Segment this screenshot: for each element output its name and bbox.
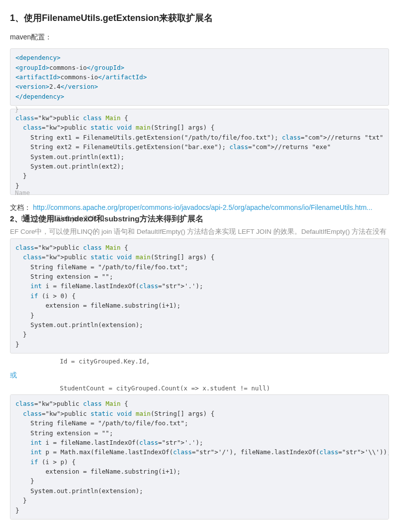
java-main-code-1: class="kw">public class Main { class="kw…	[10, 109, 389, 195]
java-main-code-2: class="kw">public class Main { class="kw…	[10, 238, 389, 354]
ghost-paragraph-efcore: EF Core中，可以使用LINQ的 join 语句和 DefaultIfEmp…	[10, 226, 389, 237]
section2-heading: 2、通过使用lastIndexOf和substring方法来得到扩展名	[10, 214, 389, 224]
java-main-code-3: class="kw">public class Main { class="kw…	[10, 394, 389, 520]
overlapping-heading-block: 2、EF Core实现left join查询 2、通过使用lastIndexOf…	[10, 214, 389, 224]
stray-code-line-2: StudentCount = cityGrouped.Count(x => x.…	[10, 383, 389, 393]
documentation-link[interactable]: http://commons.apache.org/proper/commons…	[33, 203, 373, 211]
maven-dependency-code: <dependency> <groupId>commons-io</groupI…	[10, 48, 389, 106]
doc-prefix: 文档：	[10, 203, 31, 211]
section1-heading: 1、使用FilenameUtils.getExtension来获取扩展名	[10, 11, 389, 25]
or-label: 或	[10, 369, 389, 380]
maven-config-label-1: maven配置：	[10, 31, 389, 42]
stray-code-line-1: Id = cityGrouped.Key.Id,	[10, 356, 389, 366]
